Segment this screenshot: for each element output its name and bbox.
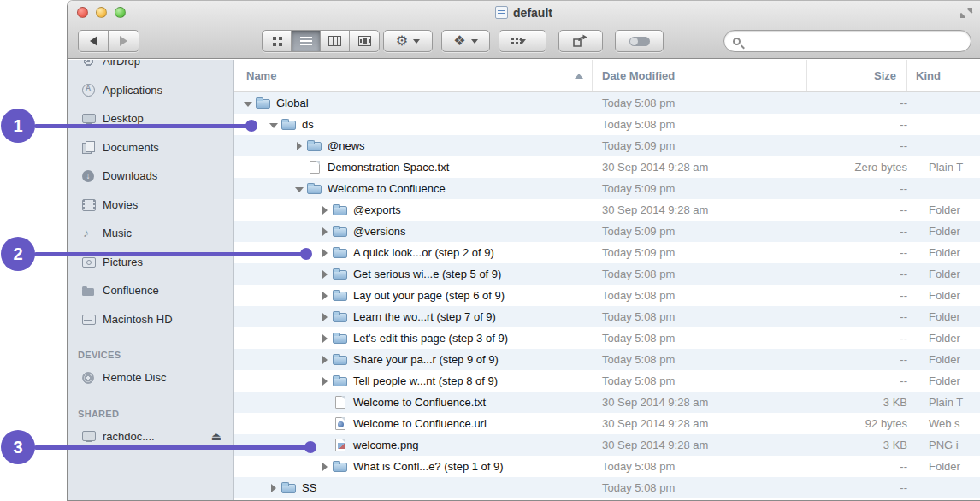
file-row[interactable]: Get serious wi...e (step 5 of 9) Today 5… — [234, 263, 980, 285]
file-row[interactable]: Let's edit this page (step 3 of 9) Today… — [234, 327, 980, 349]
sidebar-item-remote-disc[interactable]: Remote Disc — [68, 363, 233, 392]
tags-toggle-button[interactable] — [615, 30, 664, 52]
back-button[interactable] — [80, 31, 109, 51]
forward-button[interactable] — [109, 31, 138, 51]
file-row[interactable]: Tell people w...nt (step 8 of 9) Today 5… — [234, 370, 980, 392]
folder-icon — [333, 270, 347, 280]
disclosure-triangle-icon[interactable] — [320, 204, 331, 215]
file-row[interactable]: Welcome to Confluence.url 30 Sep 2014 9:… — [234, 413, 980, 434]
disclosure-triangle-icon[interactable] — [294, 140, 305, 151]
sidebar-item-label: Macintosh HD — [103, 313, 173, 326]
date-modified: 30 Sep 2014 9:28 am — [593, 396, 807, 409]
date-modified: Today 5:08 pm — [593, 460, 807, 473]
folder-icon — [333, 356, 347, 365]
action-menu-button[interactable]: ⚙ — [383, 30, 433, 52]
search-field[interactable] — [723, 30, 971, 52]
dropbox-menu-button[interactable]: ❖ — [441, 30, 490, 52]
date-modified: Today 5:08 pm — [593, 481, 807, 494]
file-row[interactable]: Welcome to Confluence.txt 30 Sep 2014 9:… — [234, 392, 980, 413]
disclosure-triangle-icon[interactable] — [269, 482, 280, 493]
sidebar-item-music[interactable]: Music — [68, 219, 233, 248]
date-modified: Today 5:08 pm — [593, 353, 807, 366]
column-header-date-modified[interactable]: Date Modified — [593, 60, 807, 91]
file-row[interactable]: @news Today 5:09 pm -- — [234, 135, 980, 156]
finder-window: default — [67, 0, 980, 501]
eject-icon[interactable]: ⏏ — [211, 430, 221, 443]
folder-icon — [333, 206, 347, 215]
file-name-cell: @versions — [234, 225, 593, 238]
icon-view-button[interactable] — [263, 31, 292, 51]
file-row[interactable]: Welcome to Confluence Today 5:09 pm -- — [234, 178, 980, 199]
sidebar-item-confluence[interactable]: Confluence — [68, 276, 233, 305]
column-view-button[interactable] — [321, 31, 350, 51]
disclosure-triangle-icon[interactable] — [320, 461, 331, 472]
disclosure-triangle-icon[interactable] — [320, 226, 331, 237]
file-row[interactable]: What is Confl...e? (step 1 of 9) Today 5… — [234, 456, 980, 477]
disclosure-triangle-icon[interactable] — [294, 183, 305, 194]
folder-icon — [281, 484, 296, 493]
arrange-icon — [511, 38, 514, 40]
file-name-cell: Global — [234, 97, 593, 109]
list-view-icon — [300, 37, 312, 38]
column-header-kind[interactable]: Kind — [907, 60, 980, 91]
fullscreen-icon[interactable] — [959, 6, 973, 20]
file-row[interactable]: @exports 30 Sep 2014 9:28 am -- Folder — [234, 199, 980, 221]
chevron-down-icon — [471, 39, 478, 44]
file-name-cell: What is Confl...e? (step 1 of 9) — [234, 460, 593, 473]
file-row[interactable]: A quick look...or (step 2 of 9) Today 5:… — [234, 242, 980, 263]
folder-icon — [307, 142, 322, 151]
titlebar[interactable]: default — [68, 1, 980, 24]
list-view-button[interactable] — [292, 31, 321, 51]
view-switcher — [262, 30, 380, 52]
file-row[interactable]: Share your pa...r (step 9 of 9) Today 5:… — [234, 349, 980, 370]
column-header-name[interactable]: Name — [234, 60, 593, 91]
sidebar-item-downloads[interactable]: Downloads — [68, 162, 233, 191]
sidebar-item-airdrop[interactable]: AirDrop — [68, 60, 233, 76]
file-row[interactable]: Learn the wo...rt (step 7 of 9) Today 5:… — [234, 306, 980, 327]
sidebar-item-label: Confluence — [103, 284, 159, 297]
file-size: -- — [807, 268, 907, 280]
file-name: Share your pa...r (step 9 of 9) — [353, 353, 499, 366]
coverflow-view-button[interactable] — [350, 31, 379, 51]
arrange-menu-button[interactable] — [499, 30, 546, 52]
file-name: Welcome to Confluence.url — [353, 417, 487, 430]
file-kind: Folder — [907, 310, 980, 323]
disclosure-triangle-icon[interactable] — [320, 290, 331, 301]
file-row[interactable]: SS Today 5:08 pm -- — [234, 477, 980, 498]
sidebar-item-macintosh-hd[interactable]: Macintosh HD — [68, 305, 233, 334]
date-modified: Today 5:08 pm — [593, 268, 807, 280]
sidebar-item-label: Pictures — [103, 256, 143, 268]
disclosure-triangle-icon[interactable] — [269, 119, 280, 130]
file-size: -- — [807, 374, 907, 387]
file-row[interactable]: Global Today 5:08 pm -- — [234, 92, 980, 114]
file-row[interactable]: Demonstration Space.txt 30 Sep 2014 9:28… — [234, 156, 980, 178]
date-modified: Today 5:08 pm — [593, 374, 807, 387]
file-name: Let's edit this page (step 3 of 9) — [353, 332, 508, 345]
file-row[interactable]: @versions Today 5:09 pm -- Folder — [234, 221, 980, 242]
file-name: Learn the wo...rt (step 7 of 9) — [353, 310, 496, 323]
file-row[interactable]: ds Today 5:08 pm -- — [234, 114, 980, 135]
sidebar-item-applications[interactable]: Applications — [68, 76, 233, 105]
disclosure-triangle-icon[interactable] — [320, 375, 331, 386]
disclosure-triangle-icon[interactable] — [320, 268, 331, 280]
column-header-size[interactable]: Size — [807, 60, 907, 91]
disclosure-triangle-icon[interactable] — [320, 247, 331, 258]
sort-ascending-icon — [575, 74, 583, 79]
file-size: -- — [807, 203, 907, 216]
back-icon — [90, 36, 97, 46]
file-size: -- — [807, 310, 907, 323]
sidebar-item-movies[interactable]: Movies — [68, 191, 233, 220]
disclosure-triangle-icon[interactable] — [320, 333, 331, 344]
disclosure-triangle-icon[interactable] — [243, 97, 254, 109]
file-name: @versions — [353, 225, 406, 238]
search-input[interactable] — [746, 35, 962, 48]
sidebar-item-desktop[interactable]: Desktop — [68, 104, 233, 133]
share-button[interactable] — [558, 30, 603, 52]
file-row[interactable]: welcome.png 30 Sep 2014 9:28 am 3 KB PNG… — [234, 434, 980, 456]
file-kind: Folder — [907, 203, 980, 216]
sidebar-item-documents[interactable]: Documents — [68, 133, 233, 162]
disclosure-triangle-icon[interactable] — [320, 354, 331, 365]
window-title-area: default — [68, 1, 980, 24]
file-row[interactable]: Lay out your page (step 6 of 9) Today 5:… — [234, 285, 980, 306]
disclosure-triangle-icon[interactable] — [320, 311, 331, 322]
